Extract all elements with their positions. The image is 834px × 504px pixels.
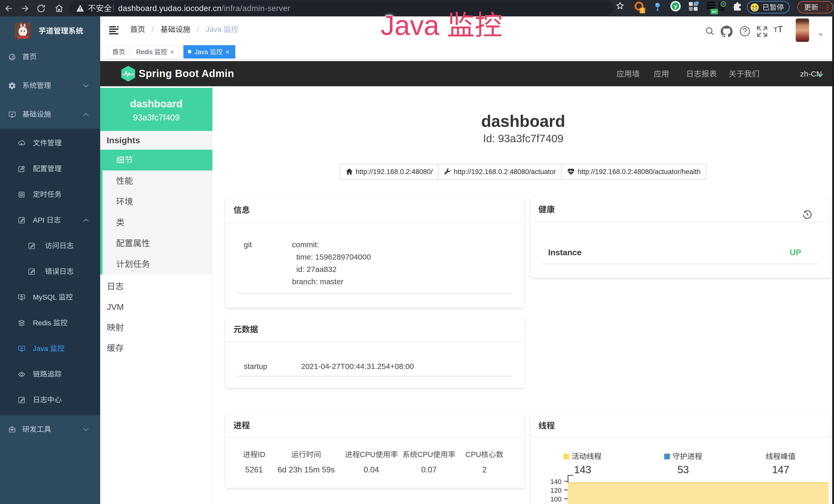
svg-text:y: y — [674, 3, 677, 9]
svg-text:1: 1 — [641, 8, 643, 13]
svg-text:on: on — [712, 9, 717, 14]
